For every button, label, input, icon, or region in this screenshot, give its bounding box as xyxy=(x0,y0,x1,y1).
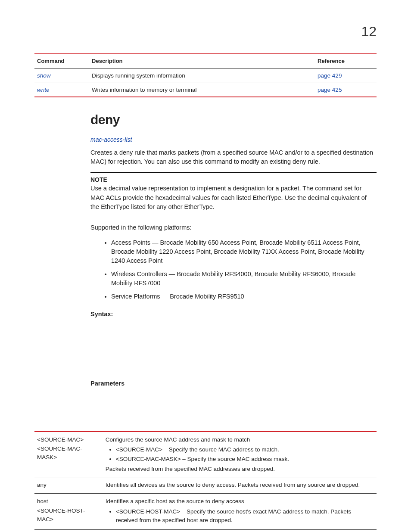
note-block: NOTE Use a decimal value representation … xyxy=(90,172,377,216)
param-description: Configures the source MAC address and ma… xyxy=(103,432,377,477)
list-item: Service Platforms — Brocade Mobility RFS… xyxy=(111,292,377,301)
param-description: Identifies a specific host as the source… xyxy=(103,494,377,530)
command-table: Command Description Reference show Displ… xyxy=(34,53,377,97)
list-item: Wireless Controllers — Brocade Mobility … xyxy=(111,270,377,288)
section-title: deny xyxy=(90,110,377,129)
supported-list: Access Points — Brocade Mobility 650 Acc… xyxy=(90,238,377,301)
list-item: <SOURCE-MAC> – Specify the source MAC ad… xyxy=(116,445,374,454)
parameters-table: <SOURCE-MAC> <SOURCE-MAC-MASK> Configure… xyxy=(34,431,377,530)
list-item: <SOURCE-HOST-MAC> – Specify the source h… xyxy=(116,507,374,524)
command-description: Writes information to memory or terminal xyxy=(89,83,315,97)
command-description: Displays running system information xyxy=(89,69,315,83)
supported-intro: Supported in the following platforms: xyxy=(90,223,377,232)
list-item: <SOURCE-MAC-MASK> – Specify the source M… xyxy=(116,455,374,464)
page-number: 12 xyxy=(34,22,377,41)
page-link[interactable]: page 425 xyxy=(318,87,342,93)
header-reference: Reference xyxy=(315,54,377,68)
command-link-write[interactable]: write xyxy=(37,87,50,93)
command-link-show[interactable]: show xyxy=(37,72,51,79)
header-command: Command xyxy=(34,54,89,68)
param-key: <SOURCE-MAC> <SOURCE-MAC-MASK> xyxy=(34,432,103,477)
note-label: NOTE xyxy=(90,175,377,184)
intro-paragraph: Creates a deny rule that marks packets (… xyxy=(90,148,377,166)
list-item: Access Points — Brocade Mobility 650 Acc… xyxy=(111,238,377,265)
table-row: write Writes information to memory or te… xyxy=(34,83,377,97)
table-row: show Displays running system information… xyxy=(34,69,377,83)
param-description: Identifies all devices as the source to … xyxy=(103,477,377,494)
table-row: host <SOURCE-HOST-MAC> Identifies a spec… xyxy=(34,494,377,530)
syntax-heading: Syntax: xyxy=(90,310,377,319)
table-header-row: Command Description Reference xyxy=(34,54,377,68)
param-key: any xyxy=(34,477,103,494)
table-row: <SOURCE-MAC> <SOURCE-MAC-MASK> Configure… xyxy=(34,432,377,477)
parameters-heading: Parameters xyxy=(90,379,377,388)
table-row: any Identifies all devices as the source… xyxy=(34,477,377,494)
page-link[interactable]: page 429 xyxy=(318,72,342,79)
param-key: host <SOURCE-HOST-MAC> xyxy=(34,494,103,530)
subsection-link[interactable]: mac-access-list xyxy=(90,135,377,144)
note-body: Use a decimal value representation to im… xyxy=(90,184,377,211)
header-description: Description xyxy=(89,54,315,68)
